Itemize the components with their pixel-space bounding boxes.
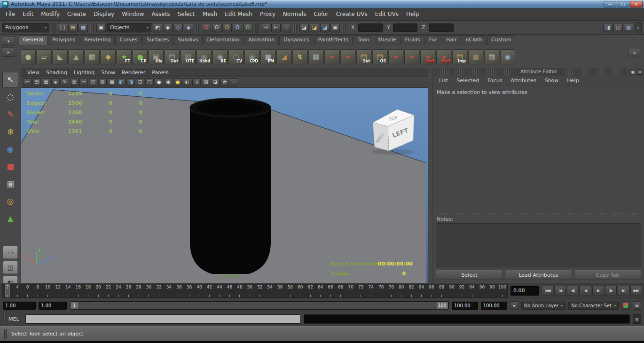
menu-create-uvs[interactable]: Create UVs (332, 8, 371, 20)
field-chart-icon[interactable]: ▩ (108, 78, 116, 86)
shelf-set-icon[interactable]: ▤Set (356, 49, 371, 64)
panel-menu-renderer[interactable]: Renderer (118, 69, 149, 77)
status-separator[interactable] (52, 23, 55, 33)
last-tool[interactable] (2, 228, 18, 244)
shelf-lightning-icon[interactable]: ↯ (292, 49, 307, 64)
shelf-tab-hair[interactable]: Hair (442, 35, 461, 45)
viewport-3d-area[interactable]: TOP LEFT BACK y x z Verts:124500Edges:25… (21, 88, 428, 283)
shelf-center-pivot-icon[interactable]: ●CP (133, 49, 148, 64)
play-backwards-button[interactable]: ◀ (580, 286, 591, 296)
timeline-frame-12[interactable]: 12 (53, 284, 63, 297)
menu-window[interactable]: Window (118, 8, 148, 20)
selection-mode-selector[interactable]: Objects ▾ (107, 23, 151, 32)
film-gate-icon[interactable]: ▭ (79, 78, 88, 86)
panel-menu-show[interactable]: Show (98, 69, 118, 77)
menu-create[interactable]: Create (63, 8, 90, 20)
ae-menu-focus[interactable]: Focus (483, 78, 506, 84)
shelf-import-icon[interactable]: ▤Imp (452, 49, 467, 64)
shelf-tab-rendering[interactable]: Rendering (80, 35, 115, 45)
timeline-frame-94[interactable]: 94 (467, 284, 477, 297)
shelf-os-icon[interactable]: ▤OS (372, 49, 387, 64)
timeline-frame-10[interactable]: 10 (43, 284, 53, 297)
range-slider-bar-fill[interactable] (71, 302, 448, 309)
timeline-frame-96[interactable]: 96 (477, 284, 487, 297)
shelf-misc-icon[interactable]: ■ (468, 49, 483, 64)
save-scene-icon[interactable]: ▦ (79, 23, 88, 32)
timeline-frame-8[interactable]: 8 (32, 284, 42, 297)
timeline-frame-66[interactable]: 66 (326, 284, 336, 297)
view-compass-icon[interactable]: ◈ (51, 78, 60, 86)
z-coordinate-field[interactable] (429, 23, 454, 32)
shelf-history-icon[interactable]: ▣His (149, 49, 164, 64)
go-to-end-button[interactable]: ▶▶| (630, 286, 642, 296)
isolate-select-icon[interactable]: ◪ (211, 78, 220, 86)
safe-action-icon[interactable]: ◧ (117, 78, 126, 86)
panel-menu-shading[interactable]: Shading (43, 69, 71, 77)
shelf-tab-fluids[interactable]: Fluids (401, 35, 424, 45)
select-tool[interactable]: ↖ (2, 72, 18, 87)
play-forwards-button[interactable]: ▶ (592, 286, 604, 296)
timeline-frame-70[interactable]: 70 (346, 284, 355, 297)
auto-keyframe-toggle[interactable] (621, 301, 630, 310)
construction-history-icon[interactable]: ≣ (282, 23, 291, 32)
timeline-ruler[interactable]: 2468101214161820222426283032343638404244… (2, 284, 508, 298)
timeline-frame-4[interactable]: 4 (12, 284, 22, 297)
x-coordinate-field[interactable] (358, 23, 383, 32)
shelf-spike-b-icon[interactable]: ∗ (404, 49, 419, 64)
step-forward-key-button[interactable]: |▶ (605, 286, 617, 296)
shelf-cv-curve-icon[interactable]: ○CV (228, 49, 243, 64)
menu-help[interactable]: Help (402, 8, 423, 20)
timeline-frame-88[interactable]: 88 (437, 284, 447, 297)
timeline-frame-26[interactable]: 26 (124, 284, 134, 297)
timeline-frame-74[interactable]: 74 (366, 284, 376, 297)
timeline-frame-56[interactable]: 56 (275, 284, 285, 297)
shelf-net-icon[interactable]: ▩ (308, 49, 323, 64)
panel-splitter[interactable] (428, 68, 432, 283)
shelf-poly-sphere-icon[interactable]: ● (21, 49, 36, 64)
timeline-frame-62[interactable]: 62 (306, 284, 315, 297)
close-panel-button[interactable]: × (637, 69, 643, 75)
timeline-frame-6[interactable]: 6 (23, 284, 32, 297)
timeline-frame-90[interactable]: 90 (447, 284, 456, 297)
timeline-frame-98[interactable]: 98 (487, 284, 497, 297)
timeline-frame-58[interactable]: 58 (285, 284, 295, 297)
select-component-icon[interactable]: ◇ (173, 23, 183, 32)
shelf-tab-general[interactable]: General (19, 35, 47, 45)
shelf-tab-fur[interactable]: Fur (425, 35, 441, 45)
command-input-field[interactable] (25, 314, 301, 324)
shelf-editor-button[interactable]: ≡ (628, 48, 641, 57)
render-settings-icon[interactable]: ▣ (330, 23, 340, 32)
all-lights-icon[interactable]: ◐ (183, 78, 191, 86)
range-end-handle[interactable]: 100 (437, 302, 448, 309)
menu-file[interactable]: File (2, 8, 19, 20)
select-hierarchy-icon[interactable]: ◩ (153, 23, 162, 32)
snap-plane-icon[interactable]: Ω (233, 23, 242, 32)
maximize-button[interactable]: □ (617, 1, 629, 8)
paint-select-tool[interactable]: ✎ (2, 107, 18, 122)
two-pane-layout-button[interactable]: ◫ (3, 261, 18, 274)
ae-menu-selected[interactable]: Selected (452, 78, 483, 84)
menu-normals[interactable]: Normals (279, 8, 310, 20)
timeline-frame-64[interactable]: 64 (315, 284, 325, 297)
status-separator[interactable] (255, 23, 259, 33)
single-pane-layout-button[interactable]: ▭ (3, 246, 18, 259)
timeline-frame-78[interactable]: 78 (386, 284, 396, 297)
wireframe-mode-icon[interactable]: □ (145, 78, 154, 86)
shelf-poly-plane-icon[interactable]: ▱ (37, 49, 52, 64)
shelf-paint-bucket-icon[interactable]: ◢ (276, 49, 291, 64)
range-options-button[interactable]: ▾ (510, 301, 518, 310)
shelf-freeze-transform-icon[interactable]: ★FT (117, 49, 132, 64)
menu-select[interactable]: Select (174, 8, 199, 20)
ae-menu-help[interactable]: Help (563, 78, 583, 84)
load-attributes-button[interactable]: Load Attributes (505, 270, 572, 280)
titlebar[interactable]: M Autodesk Maya 2011: C:\Users\Estacion\… (0, 0, 644, 8)
timeline-frame-48[interactable]: 48 (235, 284, 244, 297)
panel-menu-lighting[interactable]: Lighting (71, 69, 98, 77)
timeline-frame-84[interactable]: 84 (416, 284, 426, 297)
input-connections-icon[interactable]: ⊣ (261, 23, 270, 32)
shelf-ep-curve-icon[interactable]: ≈ (324, 49, 339, 64)
shadows-icon[interactable]: ◑ (192, 78, 201, 86)
attribute-editor-header[interactable]: Attribute Editor ▣ × (433, 68, 644, 76)
step-back-frame-button[interactable]: |◀ (554, 286, 566, 296)
shelf-redo-icon[interactable]: ∗Red (436, 49, 451, 64)
